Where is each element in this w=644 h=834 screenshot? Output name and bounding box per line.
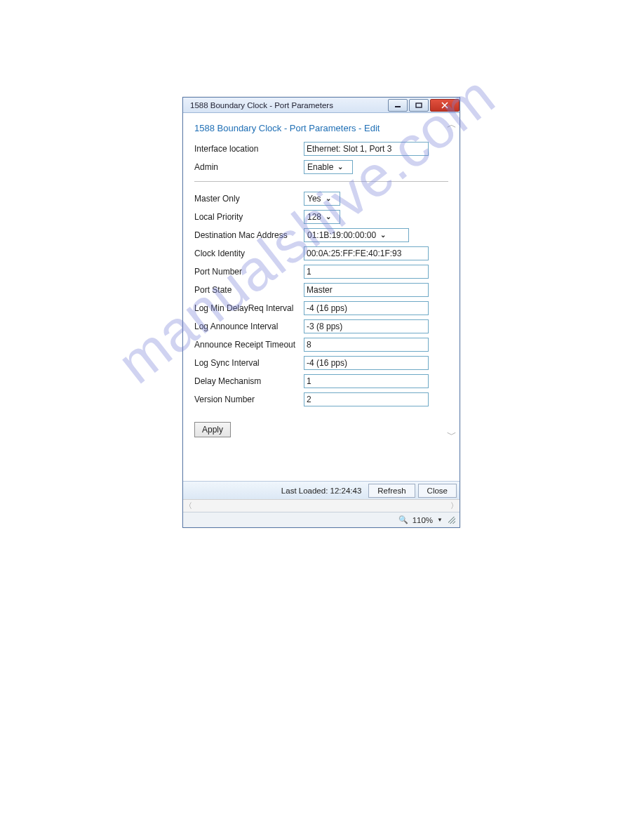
label-log-min-delayreq: Log Min DelayReq Interval (194, 303, 304, 313)
scroll-left-icon[interactable]: 〈 (185, 501, 192, 511)
row-delay-mech: Delay Mechanism 1 (194, 374, 448, 388)
dropdown-local-priority-value: 128 (307, 212, 321, 222)
label-clock-identity: Clock Identity (194, 249, 304, 258)
chevron-down-icon: ⌄ (326, 195, 331, 202)
minimize-button[interactable] (388, 99, 408, 112)
label-admin: Admin (194, 162, 304, 172)
apply-button[interactable]: Apply (194, 422, 231, 437)
row-version: Version Number 2 (194, 392, 448, 406)
svg-rect-1 (416, 103, 422, 107)
scroll-right-icon[interactable]: 〉 (450, 501, 458, 511)
chevron-down-icon: ⌄ (380, 232, 386, 239)
chevron-down-icon: ⌄ (326, 213, 331, 220)
row-log-min-delayreq: Log Min DelayReq Interval -4 (16 pps) (194, 301, 448, 315)
field-delay-mech: 1 (304, 374, 429, 388)
resize-grip-icon[interactable] (448, 517, 455, 524)
dropdown-master-only[interactable]: Yes ⌄ (304, 192, 340, 206)
chevron-down-icon: ⌄ (337, 164, 343, 171)
label-local-priority: Local Priority (194, 212, 304, 222)
page-heading: 1588 Boundary Clock - Port Parameters - … (194, 123, 448, 133)
last-loaded-text: Last Loaded: 12:24:43 (281, 486, 361, 495)
horizontal-scrollbar[interactable]: 〈 〉 (183, 499, 459, 512)
row-clock-identity: Clock Identity 00:0A:25:FF:FE:40:1F:93 (194, 246, 448, 260)
field-port-state: Master (304, 283, 429, 297)
refresh-button[interactable]: Refresh (368, 484, 415, 498)
label-log-sync: Log Sync Interval (194, 358, 304, 368)
row-port-state: Port State Master (194, 283, 448, 297)
dialog-window: 1588 Boundary Clock - Port Parameters ︿ … (182, 97, 460, 528)
field-log-announce: -3 (8 pps) (304, 319, 429, 333)
dropdown-master-only-value: Yes (307, 194, 321, 204)
content-area: ︿ 1588 Boundary Clock - Port Parameters … (183, 113, 459, 481)
field-log-sync: -4 (16 pps) (304, 356, 429, 370)
label-version: Version Number (194, 395, 304, 404)
label-port-state: Port State (194, 285, 304, 295)
maximize-button[interactable] (409, 99, 429, 112)
dropdown-local-priority[interactable]: 128 ⌄ (304, 210, 340, 224)
label-dest-mac: Destination Mac Address (194, 230, 304, 240)
row-port-number: Port Number 1 (194, 265, 448, 279)
zoom-icon[interactable]: 🔍 (398, 515, 408, 524)
divider (194, 181, 448, 182)
label-announce-timeout: Announce Receipt Timeout (194, 340, 304, 350)
zoom-level: 110% (412, 516, 433, 524)
dropdown-dest-mac[interactable]: 01:1B:19:00:00:00 ⌄ (304, 228, 409, 242)
row-log-announce: Log Announce Interval -3 (8 pps) (194, 319, 448, 333)
row-dest-mac: Destination Mac Address 01:1B:19:00:00:0… (194, 228, 448, 242)
dropdown-admin-value: Enable (307, 162, 333, 172)
field-version: 2 (304, 392, 429, 406)
svg-rect-0 (395, 106, 401, 107)
scroll-down-icon[interactable]: ﹀ (447, 429, 457, 442)
window-controls (388, 98, 459, 112)
label-interface-location: Interface location (194, 144, 304, 154)
window-title: 1588 Boundary Clock - Port Parameters (190, 101, 333, 110)
close-window-button[interactable] (430, 99, 459, 112)
label-delay-mech: Delay Mechanism (194, 376, 304, 386)
scroll-up-icon[interactable]: ︿ (447, 119, 457, 131)
field-interface-location: Ethernet: Slot 1, Port 3 (304, 142, 429, 156)
row-announce-timeout: Announce Receipt Timeout 8 (194, 338, 448, 352)
footer-bar: Last Loaded: 12:24:43 Refresh Close (183, 481, 459, 499)
field-port-number: 1 (304, 265, 429, 279)
label-master-only: Master Only (194, 194, 304, 204)
field-announce-timeout: 8 (304, 338, 429, 352)
field-clock-identity: 00:0A:25:FF:FE:40:1F:93 (304, 246, 429, 260)
field-log-min-delayreq: -4 (16 pps) (304, 301, 429, 315)
dropdown-admin[interactable]: Enable ⌄ (304, 160, 353, 174)
label-log-announce: Log Announce Interval (194, 322, 304, 331)
row-admin: Admin Enable ⌄ (194, 160, 448, 174)
titlebar[interactable]: 1588 Boundary Clock - Port Parameters (183, 98, 459, 113)
row-log-sync: Log Sync Interval -4 (16 pps) (194, 356, 448, 370)
close-button[interactable]: Close (418, 484, 457, 498)
row-interface-location: Interface location Ethernet: Slot 1, Por… (194, 142, 448, 156)
zoom-dropdown-icon[interactable]: ▼ (437, 517, 443, 523)
dropdown-dest-mac-value: 01:1B:19:00:00:00 (307, 230, 376, 240)
status-bar: 🔍 110% ▼ (183, 512, 459, 527)
label-port-number: Port Number (194, 267, 304, 277)
row-local-priority: Local Priority 128 ⌄ (194, 210, 448, 224)
row-master-only: Master Only Yes ⌄ (194, 192, 448, 206)
